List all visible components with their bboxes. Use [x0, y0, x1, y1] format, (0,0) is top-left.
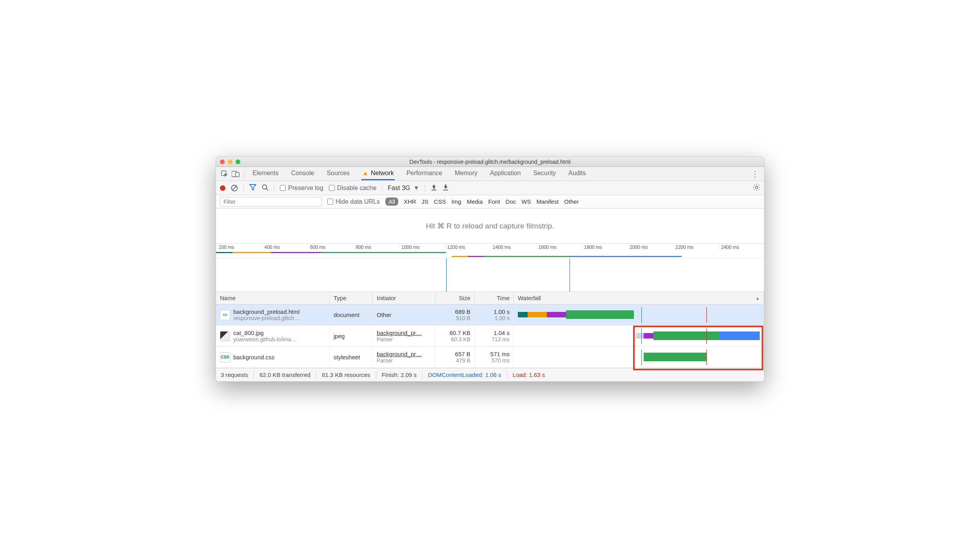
- overview-tick: 400 ms: [262, 244, 308, 251]
- kebab-menu-icon[interactable]: ⋮: [750, 168, 761, 179]
- file-icon: CSS: [220, 352, 230, 362]
- highlight-box: [633, 326, 763, 370]
- overview-bar: [232, 252, 271, 253]
- overview-bar: [468, 256, 485, 257]
- separator: [244, 170, 245, 178]
- svg-rect-2: [236, 172, 239, 177]
- overview-tick: 200 ms: [216, 244, 262, 251]
- initiator-link[interactable]: background_pr…: [377, 351, 431, 357]
- filter-type-all[interactable]: All: [385, 197, 398, 206]
- overview-tick: 1600 ms: [536, 244, 582, 251]
- tab-network[interactable]: ▲Network: [361, 167, 395, 180]
- status-requests: 3 requests: [221, 371, 248, 378]
- preserve-log-checkbox[interactable]: Preserve log: [280, 185, 323, 192]
- window-title: DevTools - responsive-preload.glitch.me/…: [216, 159, 764, 165]
- tab-elements[interactable]: Elements: [252, 167, 279, 180]
- filter-type-doc[interactable]: Doc: [506, 198, 516, 205]
- tab-performance[interactable]: Performance: [406, 167, 443, 180]
- svg-rect-7: [432, 190, 436, 190]
- device-toggle-icon[interactable]: [230, 168, 241, 179]
- tab-memory[interactable]: Memory: [454, 167, 478, 180]
- preserve-log-input[interactable]: [280, 185, 286, 191]
- overview-bar: [216, 252, 232, 253]
- waterfall-marker: [706, 307, 707, 323]
- chevron-down-icon: ▼: [413, 185, 419, 192]
- filter-type-xhr[interactable]: XHR: [404, 198, 416, 205]
- filmstrip-banner: Hit ⌘ R to reload and capture filmstrip.: [216, 208, 764, 244]
- devtools-window: DevTools - responsive-preload.glitch.me/…: [216, 156, 764, 382]
- sort-indicator-icon: ▲: [755, 296, 760, 301]
- filter-type-font[interactable]: Font: [488, 198, 500, 205]
- file-icon: [220, 331, 230, 341]
- filter-type-ws[interactable]: WS: [521, 198, 531, 205]
- filter-type-css[interactable]: CSS: [434, 198, 446, 205]
- initiator-link: Other: [377, 312, 431, 318]
- hide-data-urls-label: Hide data URLs: [336, 198, 380, 205]
- tab-application[interactable]: Application: [489, 167, 521, 180]
- filter-type-js[interactable]: JS: [421, 198, 428, 205]
- filter-icon[interactable]: [249, 184, 256, 192]
- col-waterfall[interactable]: Waterfall ▲: [514, 292, 764, 304]
- col-time[interactable]: Time: [475, 292, 514, 304]
- filter-type-img[interactable]: Img: [452, 198, 461, 205]
- request-name: background_preload.html: [233, 308, 300, 315]
- col-name[interactable]: Name: [216, 292, 330, 304]
- filter-row: Hide data URLs All XHRJSCSSImgMediaFontD…: [216, 195, 764, 208]
- record-button[interactable]: [220, 185, 225, 191]
- tab-audits[interactable]: Audits: [568, 167, 586, 180]
- filter-type-media[interactable]: Media: [467, 198, 483, 205]
- file-icon: <>: [220, 310, 230, 320]
- search-icon[interactable]: [262, 184, 269, 192]
- status-load: Load: 1.63 s: [513, 371, 545, 378]
- inspect-icon[interactable]: [219, 168, 230, 179]
- filter-type-other[interactable]: Other: [564, 198, 579, 205]
- initiator-link[interactable]: background_pr…: [377, 330, 431, 336]
- overview-tick: 2400 ms: [719, 244, 764, 251]
- overview-tick: 1000 ms: [399, 244, 445, 251]
- svg-line-6: [266, 188, 268, 190]
- filter-type-manifest[interactable]: Manifest: [536, 198, 559, 205]
- clear-icon[interactable]: [231, 185, 238, 192]
- hide-data-urls-checkbox[interactable]: Hide data URLs: [327, 198, 380, 205]
- waterfall-marker: [641, 307, 642, 323]
- settings-icon[interactable]: [753, 184, 760, 192]
- overview-tick: 800 ms: [353, 244, 399, 251]
- requests-table: Name Type Initiator Size Time Waterfall …: [216, 292, 764, 368]
- download-har-icon[interactable]: [443, 184, 449, 192]
- waterfall-segment: [528, 312, 547, 317]
- tab-security[interactable]: Security: [532, 167, 557, 180]
- panel-tabs: ElementsConsoleSources▲NetworkPerformanc…: [216, 167, 764, 181]
- overview-marker: [570, 258, 570, 292]
- preserve-log-label: Preserve log: [288, 185, 323, 192]
- close-icon[interactable]: [220, 159, 225, 164]
- overview-tick: 600 ms: [307, 244, 353, 251]
- col-initiator[interactable]: Initiator: [373, 292, 436, 304]
- timeline-overview[interactable]: 200 ms400 ms600 ms800 ms1000 ms1200 ms14…: [216, 244, 764, 292]
- status-resources: 61.3 KB resources: [322, 371, 370, 378]
- upload-har-icon[interactable]: [431, 184, 437, 192]
- waterfall-segment: [547, 312, 566, 317]
- disable-cache-input[interactable]: [329, 185, 335, 191]
- waterfall-segment: [518, 312, 528, 317]
- overview-bar: [485, 256, 572, 257]
- filmstrip-hint: Hit ⌘ R to reload and capture filmstrip.: [426, 221, 554, 230]
- filter-input[interactable]: [220, 197, 322, 207]
- hide-data-urls-input[interactable]: [327, 199, 333, 205]
- minimize-icon[interactable]: [228, 159, 232, 164]
- overview-marker: [446, 258, 446, 292]
- overview-tick: 2200 ms: [673, 244, 719, 251]
- overview-bar: [320, 252, 446, 253]
- overview-bar: [271, 252, 320, 253]
- maximize-icon[interactable]: [236, 159, 240, 164]
- svg-point-5: [263, 185, 267, 189]
- col-type[interactable]: Type: [330, 292, 373, 304]
- tab-sources[interactable]: Sources: [326, 167, 350, 180]
- disable-cache-checkbox[interactable]: Disable cache: [329, 185, 377, 192]
- throttle-select[interactable]: Fast 3G ▼: [382, 185, 419, 192]
- col-size[interactable]: Size: [436, 292, 475, 304]
- network-toolbar: Preserve log Disable cache Fast 3G ▼: [216, 181, 764, 195]
- status-finish: Finish: 2.09 s: [382, 371, 417, 378]
- tab-console[interactable]: Console: [290, 167, 315, 180]
- table-row[interactable]: <>background_preload.htmlresponsive-prel…: [216, 304, 764, 326]
- status-transferred: 62.0 KB transferred: [260, 371, 310, 378]
